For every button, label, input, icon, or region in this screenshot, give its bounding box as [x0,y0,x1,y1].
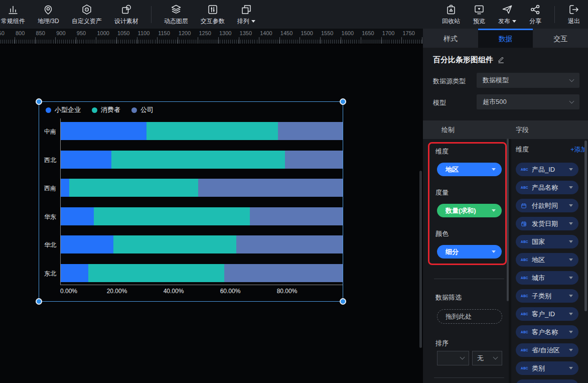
datasource-type-value: 数据模型 [483,76,509,85]
field-pill-产品名称[interactable]: ABC产品名称 [516,181,578,194]
ruler-label: 1350 [240,30,252,36]
tab-fields[interactable]: 字段 [516,120,529,139]
caret-down-icon [569,222,573,225]
ruler-major-tick [96,37,96,44]
abc-icon: ABC [521,312,531,316]
bar-segment-小型企业 [60,151,111,169]
selection-handle-bottom-left[interactable] [36,298,42,305]
legend-item-小型企业[interactable]: 小型企业 [46,105,81,114]
panel-tab-数据[interactable]: 数据 [478,29,533,48]
toolbar-item-发布[interactable]: 发布 [498,0,516,29]
field-pill-客户名称[interactable]: ABC客户名称 [516,325,578,339]
caret-down-icon [569,331,573,333]
publish-icon [501,4,513,16]
field-pill-客户_ID[interactable]: ABC客户_ID [516,307,578,321]
toolbar-item-交互参数[interactable]: 交互参数 [201,0,225,29]
field-pill-地区[interactable]: ABC地区 [516,253,578,267]
canvas-vertical-scrollbar[interactable] [419,171,422,348]
ruler-major-tick [116,37,117,44]
chart-components-icon [7,4,19,16]
draw-fields-tab-bar: 绘制 字段 [423,120,588,139]
field-pill-子类别[interactable]: ABC子类别 [516,289,578,303]
field-pill-国家[interactable]: ABC国家 [516,235,578,248]
toolbar-item-label: 分享 [529,17,541,26]
selection-handle-top-left[interactable] [36,98,42,105]
field-name: 客户_ID [532,310,555,319]
ruler-major-tick [259,37,259,44]
calendar-clock-icon [521,221,531,227]
percentage-bar-chart-component[interactable]: 小型企业消费者公司 中南西北西南华东华北东北 0.00%20.00%40.00%… [39,101,343,302]
edit-title-icon[interactable] [497,56,505,65]
legend-item-公司[interactable]: 公司 [131,105,154,114]
ruler-label: 1050 [117,30,129,36]
bar-row-东北 [60,264,343,282]
ruler-label: 950 [77,30,86,36]
field-pill-产品_ID[interactable]: ABC产品_ID [516,163,578,176]
model-select[interactable]: 超市500 [477,94,579,109]
category-label: 东北 [39,270,56,278]
field-pill-发货日期[interactable]: 发货日期 [516,217,578,230]
toolbar-item-text: 动态图层 [164,17,188,26]
toolbar-item-动态图层[interactable]: 动态图层 [164,0,188,29]
caret-down-icon [569,186,573,189]
group-select-维度[interactable]: 地区 [437,163,502,176]
sort-field-select[interactable] [437,351,469,365]
panel-tab-样式[interactable]: 样式 [423,29,478,48]
abc-icon-text: ABC [521,312,528,316]
toolbar-item-退出[interactable]: 退出 [568,0,580,29]
filter-dropzone[interactable]: 拖到此处 [437,309,502,324]
abc-icon-text: ABC [521,366,528,370]
group-select-颜色[interactable]: 细分 [437,245,502,259]
bar-segment-小型企业 [60,122,146,140]
datasource-type-select[interactable]: 数据模型 [477,73,579,88]
ruler-major-tick [157,37,158,44]
ruler-major-tick [279,37,280,44]
group-select-度量[interactable]: 数量(求和) [437,204,502,217]
selection-handle-top-right[interactable] [340,98,346,105]
recycle-bin-icon [445,4,457,16]
fields-column-scrollbar[interactable] [584,141,587,311]
chevron-down-icon [569,77,574,82]
draw-column-scrollbar[interactable] [507,139,509,301]
panel-tab-bar: 样式数据交互 [423,29,588,48]
bar-segment-消费者 [94,207,250,225]
toolbar-item-地理/3D[interactable]: 地理/3D [38,0,59,29]
toolbar-item-自定义资产[interactable]: 自定义资产 [72,0,102,29]
ruler-label: 1300 [219,30,231,36]
field-name: 发货日期 [532,219,558,228]
field-pill-付款时间[interactable]: 付款时间 [516,199,578,212]
toolbar-item-text: 自定义资产 [72,17,102,26]
component-title-row: 百分比条形图组件 [433,55,505,65]
toolbar-item-排列[interactable]: 排列 [237,0,255,29]
field-pill-省/自治区[interactable]: ABC省/自治区 [516,343,578,357]
panel-tab-交互[interactable]: 交互 [533,29,588,48]
toolbar-item-label: 回收站 [442,17,460,26]
caret-down-icon [569,277,573,279]
ruler-major-tick [381,37,382,44]
legend-item-消费者[interactable]: 消费者 [92,105,120,114]
data-filter-label: 数据筛选 [435,293,462,302]
toolbar-item-text: 发布 [498,17,510,26]
component-title: 百分比条形图组件 [433,55,493,65]
field-pill-客户细分[interactable]: ABC客户细分 [516,379,578,383]
bar-row-华北 [60,235,343,253]
sort-order-select[interactable]: 无 [472,351,502,365]
divider [434,377,504,378]
toolbar-item-text: 地理/3D [38,17,59,26]
toolbar-item-设计素材[interactable]: 设计素材 [114,0,138,29]
toolbar-item-常规组件[interactable]: 常规组件 [1,0,25,29]
toolbar-item-分享[interactable]: 分享 [529,0,541,29]
field-pill-城市[interactable]: ABC城市 [516,271,578,285]
toolbar-left-group: 常规组件地理/3D自定义资产设计素材动态图层交互参数排列 [0,0,255,29]
toolbar-item-预览[interactable]: 预览 [473,0,485,29]
design-canvas[interactable]: 小型企业消费者公司 中南西北西南华东华北东北 0.00%20.00%40.00%… [0,44,423,383]
field-pill-类别[interactable]: ABC类别 [516,361,578,375]
tab-draw[interactable]: 绘制 [442,120,455,139]
toolbar-item-回收站[interactable]: 回收站 [442,0,460,29]
field-name: 产品名称 [532,183,558,192]
caret-down-icon [492,209,496,212]
selection-handle-bottom-right[interactable] [340,298,346,305]
bar-segment-公司 [250,207,343,225]
caret-down-icon [512,20,516,23]
toolbar-item-text: 设计素材 [114,17,138,26]
